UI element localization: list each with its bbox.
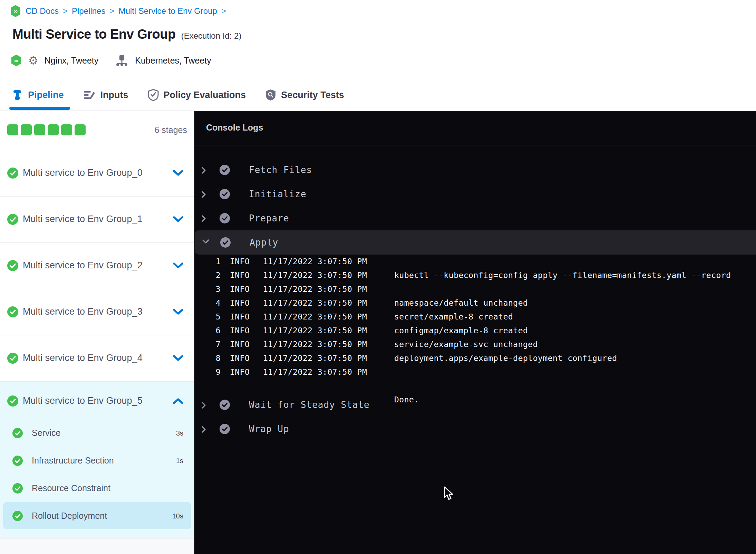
breadcrumb-link[interactable]: Multi Service to Env Group bbox=[118, 6, 217, 16]
console-step-fetch-files[interactable]: Fetch Files bbox=[194, 158, 756, 182]
infrastructure-label: Kubernetes, Tweety bbox=[135, 56, 211, 66]
services-label: Nginx, Tweety bbox=[45, 56, 99, 66]
tab-pipeline[interactable]: Pipeline bbox=[11, 79, 64, 111]
console-step-apply[interactable]: Apply bbox=[195, 230, 756, 255]
stage-name: Multi service to Env Group_2 bbox=[23, 260, 143, 271]
log-timestamp: 11/17/2022 3:07:50 PM bbox=[263, 312, 367, 321]
tab-inputs[interactable]: Inputs bbox=[83, 79, 128, 111]
check-circle-icon bbox=[220, 237, 231, 248]
log-line-number: 5 bbox=[208, 312, 221, 321]
step-duration: 3s bbox=[176, 429, 183, 437]
console-step-initialize[interactable]: Initialize bbox=[194, 182, 756, 206]
log-line-number: 7 bbox=[208, 340, 221, 349]
console-header-divider bbox=[194, 145, 756, 145]
breadcrumb: ∞ CD Docs>Pipelines>Multi Service to Env… bbox=[10, 5, 226, 17]
check-circle-icon bbox=[220, 165, 230, 175]
console-step-name: Initialize bbox=[249, 189, 307, 199]
svg-text:∞: ∞ bbox=[14, 58, 19, 64]
tab-bar: PipelineInputsPolicy EvaluationsSecurity… bbox=[11, 79, 344, 111]
log-timestamp: 11/17/2022 3:07:50 PM bbox=[263, 340, 367, 349]
breadcrumb-link[interactable]: CD Docs bbox=[26, 6, 59, 16]
console-step-prepare[interactable]: Prepare bbox=[194, 206, 756, 230]
console-step-name: Fetch Files bbox=[249, 165, 312, 175]
log-line: 5INFO11/17/2022 3:07:50 PMsecret/example… bbox=[194, 310, 756, 324]
log-line: 3INFO11/17/2022 3:07:50 PM bbox=[194, 282, 756, 296]
chevron-down-icon[interactable] bbox=[173, 309, 184, 315]
log-message: deployment.apps/example-deployment confi… bbox=[394, 354, 617, 363]
check-circle-icon bbox=[220, 424, 230, 434]
chevron-right-icon[interactable] bbox=[201, 215, 206, 222]
stage-row[interactable]: Multi service to Env Group_3 bbox=[0, 289, 194, 335]
stage-row[interactable]: Multi service to Env Group_4 bbox=[0, 335, 194, 381]
breadcrumb-separator: > bbox=[109, 6, 114, 16]
console-step-name: Wait for Steady State bbox=[249, 400, 370, 410]
stage-row[interactable]: Multi service to Env Group_1 bbox=[0, 196, 194, 242]
breadcrumb-links: CD Docs>Pipelines>Multi Service to Env G… bbox=[26, 6, 226, 16]
breadcrumb-separator: > bbox=[221, 6, 226, 16]
chevron-down-icon[interactable] bbox=[173, 170, 184, 176]
expanded-stage-section: Multi service to Env Group_5Service3sInf… bbox=[0, 382, 194, 538]
tab-label: Security Tests bbox=[281, 90, 344, 101]
pipeline-step-rollout-deployment[interactable]: Rollout Deployment10s bbox=[0, 502, 194, 530]
security-shield-icon bbox=[265, 89, 276, 101]
active-tab-underline bbox=[9, 107, 70, 110]
log-level: INFO bbox=[230, 326, 250, 335]
log-timestamp: 11/17/2022 3:07:50 PM bbox=[263, 354, 367, 363]
chevron-down-icon[interactable] bbox=[202, 239, 210, 244]
breadcrumb-link[interactable]: Pipelines bbox=[72, 6, 105, 16]
step-name: Rollout Deployment bbox=[32, 511, 107, 521]
console-step-name: Prepare bbox=[249, 213, 289, 223]
stage-row-expanded[interactable]: Multi service to Env Group_5 bbox=[0, 382, 194, 420]
chevron-down-icon[interactable] bbox=[173, 216, 184, 222]
log-level: INFO bbox=[230, 312, 250, 321]
check-circle-icon bbox=[7, 260, 18, 271]
console-step-name: Apply bbox=[250, 237, 278, 248]
check-circle-icon bbox=[12, 428, 23, 438]
chevron-right-icon[interactable] bbox=[201, 426, 206, 433]
tab-security-tests[interactable]: Security Tests bbox=[265, 79, 344, 111]
step-name: Infrastructure Section bbox=[32, 456, 114, 466]
tab-label: Inputs bbox=[100, 90, 128, 101]
pipeline-step-infrastructure-section[interactable]: Infrastructure Section1s bbox=[0, 447, 194, 475]
log-line-number: 4 bbox=[208, 298, 221, 307]
stage-progress-square bbox=[75, 124, 86, 135]
check-circle-icon bbox=[220, 213, 230, 223]
stage-count-label: 6 stages bbox=[154, 125, 187, 135]
chevron-right-icon[interactable] bbox=[201, 191, 206, 198]
tab-policy-evaluations[interactable]: Policy Evaluations bbox=[148, 79, 246, 111]
log-level: INFO bbox=[230, 340, 250, 349]
stage-progress-square bbox=[7, 124, 18, 135]
stage-list-panel: 6 stages Multi service to Env Group_0Mul… bbox=[0, 111, 194, 554]
chevron-down-icon[interactable] bbox=[173, 262, 184, 269]
log-timestamp: 11/17/2022 3:07:50 PM bbox=[263, 271, 367, 280]
panel-bottom-strip bbox=[0, 538, 194, 554]
chevron-up-icon[interactable] bbox=[173, 398, 184, 404]
step-duration: 10s bbox=[172, 512, 183, 520]
pipeline-execution-screen: ∞ CD Docs>Pipelines>Multi Service to Env… bbox=[0, 0, 756, 554]
policy-shield-icon bbox=[148, 89, 159, 101]
log-line: 4INFO11/17/2022 3:07:50 PMnamespace/defa… bbox=[194, 296, 756, 310]
check-circle-icon bbox=[7, 214, 18, 225]
pipeline-step-service[interactable]: Service3s bbox=[0, 419, 194, 447]
stage-progress-square bbox=[48, 124, 59, 135]
log-message: service/example-svc unchanged bbox=[394, 340, 538, 349]
stage-row[interactable]: Multi service to Env Group_2 bbox=[0, 242, 194, 289]
pipeline-step-resource-constraint[interactable]: Resource Constraint bbox=[0, 475, 194, 502]
tab-label: Policy Evaluations bbox=[164, 90, 246, 101]
log-timestamp: 11/17/2022 3:07:50 PM bbox=[263, 367, 367, 376]
infrastructure-icon bbox=[115, 54, 129, 67]
page-title: Multi Service to Env Group bbox=[12, 27, 176, 42]
chevron-right-icon[interactable] bbox=[201, 166, 206, 174]
stage-progress-square bbox=[61, 124, 72, 135]
check-circle-icon bbox=[7, 168, 18, 179]
stage-name: Multi service to Env Group_0 bbox=[23, 168, 143, 178]
stage-name: Multi service to Env Group_1 bbox=[23, 214, 143, 225]
console-step-wrap-up[interactable]: Wrap Up bbox=[194, 417, 756, 441]
chevron-down-icon[interactable] bbox=[173, 355, 184, 361]
log-line: 9INFO11/17/2022 3:07:50 PM bbox=[194, 365, 756, 379]
console-step-wait-for-steady-state[interactable]: Wait for Steady State bbox=[194, 393, 756, 417]
chevron-right-icon[interactable] bbox=[201, 401, 206, 409]
stage-row[interactable]: Multi service to Env Group_0 bbox=[0, 150, 194, 196]
execution-id: (Execution Id: 2) bbox=[181, 31, 242, 41]
harness-badge-icon: ∞ bbox=[10, 54, 22, 67]
